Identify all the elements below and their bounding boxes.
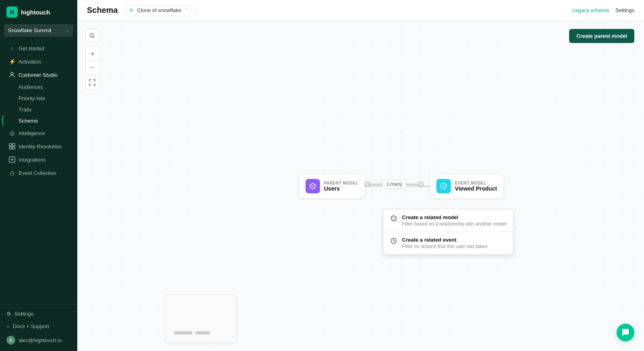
create-related-event-text: Create a related event Filter on actions… (402, 237, 487, 249)
event-collection-icon: ◷ (9, 170, 15, 176)
sidebar-item-schema[interactable]: Schema (2, 115, 75, 126)
sidebar-item-identity-resolution[interactable]: Identity Resolution (2, 140, 75, 153)
legacy-schema-link[interactable]: Legacy schema (572, 7, 609, 13)
zoom-in-button[interactable]: + (86, 47, 99, 61)
mini-box-2 (196, 331, 210, 335)
sidebar-item-audiences[interactable]: Audiences (2, 82, 75, 92)
identity-icon (9, 143, 15, 150)
zoom-controls: + − (85, 47, 100, 75)
top-bar-left: Schema ❄ Clone of snowflake ⌃⌄ (87, 5, 196, 16)
sidebar: H hightouch Snowflake Summit ⌄ ○ Get sta… (0, 0, 77, 351)
avatar: A (6, 336, 15, 345)
snowflake-icon: ❄ (129, 7, 134, 14)
related-model-icon (390, 215, 398, 223)
canvas-area: + − Create parent model (77, 21, 644, 351)
canvas-toolbar: + − (85, 29, 100, 89)
mini-map-placeholder (174, 331, 210, 335)
sidebar-nav: ○ Get started ⚡ Activation Customer Stud… (0, 40, 77, 304)
settings-icon: ⚙ (6, 311, 11, 317)
sidebar-item-label: Get started (19, 45, 44, 51)
dropdown-item-title: Create a related event (402, 237, 487, 243)
settings-label: Settings (14, 311, 33, 317)
chevron-down-icon: ⌄ (66, 28, 69, 33)
sidebar-bottom: ⚙ Settings ○ Docs + Support A alec@hight… (0, 304, 77, 351)
sidebar-sub-label: Audiences (19, 84, 43, 90)
sidebar-item-customer-studio[interactable]: Customer Studio (2, 68, 75, 81)
create-related-model-item[interactable]: Create a related model Filter based on a… (384, 209, 513, 232)
fit-button[interactable] (85, 76, 99, 89)
dropdown-item-title: Create a related model (402, 214, 506, 220)
parent-model-card[interactable]: PARENT MODEL Users (299, 174, 365, 199)
sidebar-item-intelligence[interactable]: ◎ Intelligence (2, 127, 75, 140)
source-selector[interactable]: ❄ Clone of snowflake ⌃⌄ (124, 5, 196, 16)
dropdown-item-desc: Filter based on a relationship with anot… (402, 221, 506, 227)
logo-icon: H (6, 6, 18, 18)
schema-dropdown: Create a related model Filter based on a… (383, 209, 513, 255)
sidebar-item-label: Integrations (19, 157, 46, 163)
mini-box-1 (174, 331, 192, 335)
parent-model-info: PARENT MODEL Users (324, 181, 358, 192)
rel-line-right (407, 184, 419, 185)
sidebar-item-traits[interactable]: Traits (2, 104, 75, 115)
integrations-icon (9, 156, 15, 163)
docs-label: Docs + Support (13, 323, 49, 329)
source-name: Clone of snowflake (137, 7, 182, 13)
sidebar-item-get-started[interactable]: ○ Get started (2, 42, 75, 55)
sidebar-sub-label: Priority lists (19, 95, 45, 101)
intelligence-icon: ◎ (9, 130, 15, 136)
top-bar-right: Legacy schema Settings (572, 7, 634, 13)
sidebar-item-priority-lists[interactable]: Priority lists (2, 93, 75, 104)
main-content: Schema ❄ Clone of snowflake ⌃⌄ Legacy sc… (77, 0, 644, 351)
related-event-icon (390, 237, 398, 245)
create-related-event-item[interactable]: Create a related event Filter on actions… (384, 232, 513, 254)
svg-rect-3 (9, 147, 12, 149)
activation-icon: ⚡ (9, 58, 15, 65)
sidebar-item-event-collection[interactable]: ◷ Event Collection (2, 166, 75, 179)
search-button[interactable] (85, 29, 99, 43)
page-title: Schema (87, 6, 118, 15)
svg-rect-2 (12, 144, 15, 146)
parent-model-type: PARENT MODEL (324, 181, 358, 185)
user-email: alec@hightouch.io (19, 337, 62, 343)
sidebar-item-label: Customer Studio (19, 72, 58, 78)
logo: H hightouch (0, 0, 77, 24)
dropdown-item-desc: Filter on actions that this user has tak… (402, 244, 487, 249)
svg-rect-4 (12, 147, 15, 149)
sidebar-item-activation[interactable]: ⚡ Activation (2, 55, 75, 68)
event-model-name: Viewed Product (455, 185, 497, 192)
parent-model-name: Users (324, 185, 358, 192)
workspace-selector[interactable]: Snowflake Summit ⌄ (4, 24, 73, 37)
logo-text: hightouch (21, 9, 50, 16)
rel-label: 1:many (382, 180, 407, 189)
settings-bottom-item[interactable]: ⚙ Settings (0, 308, 77, 320)
zoom-out-button[interactable]: − (86, 61, 99, 74)
chat-bubble-button[interactable] (617, 324, 634, 341)
mini-map (166, 295, 236, 343)
sidebar-sub-label: Traits (19, 107, 31, 113)
svg-point-0 (11, 72, 13, 75)
settings-header-link[interactable]: Settings (615, 7, 634, 13)
rel-line-left (370, 184, 382, 185)
docs-support-item[interactable]: ○ Docs + Support (0, 320, 77, 333)
sidebar-item-label: Intelligence (19, 130, 45, 136)
rel-overlay: 1:many (365, 180, 423, 189)
chevron-icon: ⌃⌄ (185, 8, 192, 13)
create-parent-model-button[interactable]: Create parent model (569, 29, 634, 43)
event-model-type: EVENT MODEL (455, 181, 497, 185)
sidebar-sub-label: Schema (19, 118, 38, 124)
circle-icon: ○ (9, 45, 15, 51)
event-model-icon (436, 179, 451, 193)
user-item[interactable]: A alec@hightouch.io (0, 333, 77, 348)
sidebar-item-integrations[interactable]: Integrations (2, 153, 75, 166)
parent-model-icon (305, 179, 320, 193)
top-bar: Schema ❄ Clone of snowflake ⌃⌄ Legacy sc… (77, 0, 644, 21)
sidebar-item-label: Activation (19, 59, 41, 65)
rel-end-dot (419, 182, 423, 187)
customer-studio-icon (9, 72, 15, 78)
workspace-name: Snowflake Summit (8, 27, 52, 33)
sidebar-item-label: Identity Resolution (19, 144, 62, 150)
svg-rect-1 (9, 144, 12, 146)
docs-icon: ○ (6, 323, 10, 329)
event-model-card[interactable]: EVENT MODEL Viewed Product (429, 174, 504, 199)
event-model-info: EVENT MODEL Viewed Product (455, 181, 497, 192)
